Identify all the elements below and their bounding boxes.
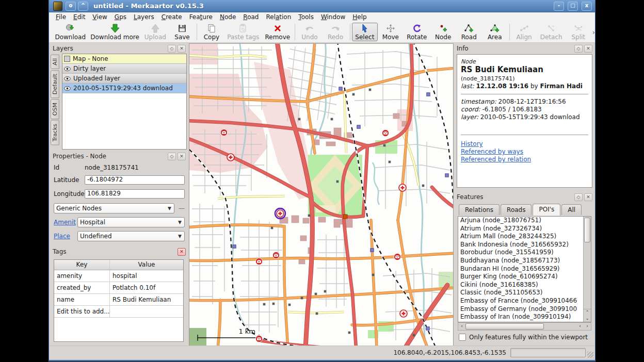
amenity-link[interactable]: Amenit	[54, 219, 77, 226]
menu-layers[interactable]: Layers	[130, 13, 158, 21]
menu-view[interactable]: View	[89, 13, 110, 21]
tag-row[interactable]: amenity hospital	[54, 270, 183, 282]
list-item[interactable]: Embassy of France (node_309910466	[458, 297, 584, 305]
features-float-button[interactable]: ◇	[574, 193, 583, 201]
resize-grip[interactable]	[587, 352, 593, 358]
close-button[interactable]: x	[582, 2, 592, 11]
scrollbar-arrows[interactable]: ⌃⌄	[584, 309, 591, 322]
scrollbar-thumb[interactable]	[465, 323, 544, 330]
list-item[interactable]: Burger King (node_610695274)	[458, 273, 584, 281]
remove-button[interactable]: Remove	[262, 23, 293, 41]
horizontal-scrollbar[interactable]: ‹ ‹ ›	[458, 322, 591, 331]
properties-close-button[interactable]: ✕	[178, 153, 186, 160]
menu-node[interactable]: Node	[216, 13, 239, 21]
select-tool-button[interactable]: Select	[352, 23, 378, 41]
place-link[interactable]: Place	[54, 233, 77, 240]
list-item[interactable]: Embassy of Iran (node_309910194)	[458, 313, 584, 321]
referenced-by-ways-link[interactable]: Referenced by ways	[461, 148, 588, 156]
features-close-button[interactable]: ✕	[584, 193, 592, 201]
tab-relations[interactable]: Relations	[459, 204, 500, 215]
layer-checkbox[interactable]	[64, 56, 70, 62]
list-item[interactable]: Atrium (node_327326734)	[458, 225, 584, 233]
scrollbar-thumb[interactable]	[584, 218, 590, 242]
node-type-combo[interactable]: Generic Nodes▼	[54, 203, 174, 213]
minimize-button[interactable]: -	[554, 2, 564, 11]
menu-relation[interactable]: Relation	[262, 13, 295, 21]
download-more-button[interactable]: Download more	[88, 23, 141, 41]
properties-float-button[interactable]: ◇	[168, 153, 176, 160]
layers-close-button[interactable]: ✕	[178, 45, 186, 53]
window-shade-button[interactable]: ^	[78, 2, 88, 11]
layers-float-button[interactable]: ◇	[168, 45, 176, 53]
move-tool-button[interactable]: Move	[378, 23, 404, 41]
list-item[interactable]: Borobudur (node_315541959)	[458, 249, 584, 257]
layers-tab-default[interactable]: Default	[51, 70, 59, 98]
latitude-input[interactable]: -6.1804972	[85, 175, 185, 185]
menu-road[interactable]: Road	[239, 13, 262, 21]
layer-row-dirty[interactable]: Dirty layer	[62, 64, 186, 74]
road-tool-button[interactable]: Road	[456, 23, 482, 41]
scroll-left-icon[interactable]: ‹	[576, 323, 584, 330]
menu-edit[interactable]: Edit	[70, 13, 89, 21]
history-link[interactable]: History	[461, 140, 588, 148]
tab-all[interactable]: All	[561, 204, 582, 215]
layers-tab-tracks[interactable]: Tracks	[51, 120, 59, 145]
layer-row-uploaded[interactable]: Uploaded layer	[62, 74, 186, 84]
tab-roads[interactable]: Roads	[501, 204, 532, 215]
chevron-down-icon: ▼	[178, 220, 182, 225]
node-tool-button[interactable]: Node	[430, 23, 456, 41]
list-item[interactable]: Bundaran HI (node_316565929)	[458, 265, 584, 273]
window-ontop-button[interactable]: o	[66, 2, 76, 11]
menu-window[interactable]: Window	[317, 13, 349, 21]
tag-row-add-new[interactable]: Edit this to add...	[54, 306, 183, 318]
referenced-by-relation-link[interactable]: Referenced by relation	[461, 156, 588, 163]
menu-create[interactable]: Create	[158, 13, 186, 21]
list-item[interactable]: Atrium Mall (node_283244325)	[458, 233, 584, 241]
place-combo[interactable]: Undefined▼	[77, 231, 185, 241]
layers-tab-all[interactable]: All	[51, 55, 59, 69]
viewport-filter-checkbox[interactable]	[459, 334, 466, 341]
coord-line: coord: -6.1805 / 106.8183	[461, 106, 588, 113]
list-item[interactable]: Arjuna (node_318076751)	[458, 217, 584, 225]
list-item[interactable]: Buddhayana (node_318567173)	[458, 257, 584, 265]
download-button[interactable]: Download	[52, 23, 88, 41]
layer-row-map[interactable]: Map - None	[62, 54, 186, 64]
scroll-left-icon[interactable]: ‹	[458, 323, 465, 330]
list-item[interactable]: Classic (node_351105653)	[458, 289, 584, 297]
title-bar[interactable]: o ^ untitled - Merkaartor v0.15.3 - □ x	[49, 0, 595, 12]
area-tool-button[interactable]: Area	[482, 23, 508, 41]
tags-close-button[interactable]: ✕	[178, 248, 186, 256]
map-canvas[interactable]: 1 km	[189, 43, 454, 347]
amenity-combo[interactable]: Hospital▼	[77, 217, 185, 227]
value-column-header[interactable]: Value	[110, 260, 183, 270]
key-column-header[interactable]: Key	[54, 260, 110, 270]
toolbar-overflow-arrow[interactable]: ›	[592, 28, 595, 36]
menu-help[interactable]: Help	[349, 13, 370, 21]
list-item[interactable]: Embassy of Germany (node_3099100	[458, 305, 584, 314]
selected-node-icon[interactable]	[275, 208, 285, 219]
menu-gps[interactable]: Gps	[111, 13, 130, 21]
scroll-right-icon[interactable]: ›	[584, 323, 591, 330]
feature-type: Node	[461, 58, 588, 65]
save-button[interactable]: Save	[169, 23, 195, 41]
layers-tab-osm[interactable]: OSM	[51, 99, 59, 119]
copy-button[interactable]: Copy	[199, 23, 224, 41]
vertical-scrollbar[interactable]: ⌃⌄	[583, 217, 591, 322]
tag-row[interactable]: created_by Potlatch 0.10f	[54, 282, 183, 294]
info-float-button[interactable]: ◇	[574, 45, 583, 53]
info-close-button[interactable]: ✕	[584, 45, 592, 53]
menu-tools[interactable]: Tools	[295, 13, 317, 21]
tag-row[interactable]: name RS Budi Kemuliaan	[54, 294, 183, 306]
list-item[interactable]: Bank Indonesia (node_316565932)	[458, 241, 584, 249]
menu-file[interactable]: File	[52, 13, 70, 21]
longitude-input[interactable]: 106.81829	[85, 189, 185, 199]
info-panel: Info ◇ ✕ Node RS Budi Kemuliaan (node_31…	[455, 44, 594, 190]
features-list[interactable]: Arjuna (node_318076751) Atrium (node_327…	[458, 216, 591, 322]
layer-row-download[interactable]: 2010-05-15T19:29:43 download	[62, 84, 186, 93]
tab-pois[interactable]: POI's	[533, 204, 560, 216]
maximize-button[interactable]: □	[568, 2, 578, 11]
rotate-tool-button[interactable]: Rotate	[404, 23, 430, 41]
list-item[interactable]: Cikini (node_316168385)	[458, 281, 584, 289]
menu-feature[interactable]: Feature	[186, 13, 216, 21]
splitter-dash[interactable]: —	[179, 205, 185, 212]
